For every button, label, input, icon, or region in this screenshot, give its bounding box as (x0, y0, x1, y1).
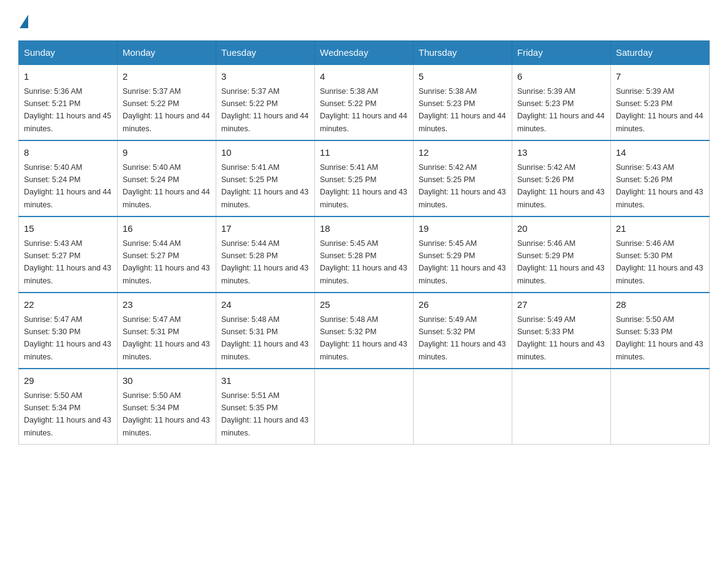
calendar-week-row: 22Sunrise: 5:47 AMSunset: 5:30 PMDayligh… (19, 293, 710, 369)
day-info: Sunrise: 5:38 AMSunset: 5:23 PMDaylight:… (419, 87, 506, 133)
day-number: 30 (123, 374, 211, 388)
day-info: Sunrise: 5:49 AMSunset: 5:32 PMDaylight:… (419, 315, 506, 361)
day-info: Sunrise: 5:48 AMSunset: 5:32 PMDaylight:… (320, 315, 407, 361)
calendar-cell: 16Sunrise: 5:44 AMSunset: 5:27 PMDayligh… (118, 216, 216, 293)
calendar-cell: 20Sunrise: 5:46 AMSunset: 5:29 PMDayligh… (512, 216, 611, 293)
day-info: Sunrise: 5:44 AMSunset: 5:27 PMDaylight:… (123, 239, 210, 285)
day-number: 14 (616, 146, 704, 160)
calendar-cell (315, 369, 414, 445)
day-info: Sunrise: 5:40 AMSunset: 5:24 PMDaylight:… (123, 163, 210, 209)
calendar-cell: 7Sunrise: 5:39 AMSunset: 5:23 PMDaylight… (611, 64, 710, 140)
day-info: Sunrise: 5:51 AMSunset: 5:35 PMDaylight:… (221, 391, 308, 437)
calendar-cell: 30Sunrise: 5:50 AMSunset: 5:34 PMDayligh… (118, 369, 216, 445)
day-info: Sunrise: 5:48 AMSunset: 5:31 PMDaylight:… (221, 315, 308, 361)
header-day-thursday: Thursday (414, 41, 512, 65)
day-number: 19 (419, 222, 507, 236)
day-number: 21 (616, 222, 704, 236)
day-info: Sunrise: 5:43 AMSunset: 5:26 PMDaylight:… (616, 163, 703, 209)
calendar-cell: 3Sunrise: 5:37 AMSunset: 5:22 PMDaylight… (216, 64, 315, 140)
day-number: 27 (517, 298, 605, 312)
day-number: 11 (320, 146, 408, 160)
day-number: 3 (221, 70, 309, 84)
day-number: 29 (24, 374, 112, 388)
day-info: Sunrise: 5:42 AMSunset: 5:26 PMDaylight:… (517, 163, 604, 209)
day-number: 6 (517, 70, 605, 84)
header-day-sunday: Sunday (19, 41, 118, 65)
day-number: 7 (616, 70, 704, 84)
day-info: Sunrise: 5:50 AMSunset: 5:34 PMDaylight:… (24, 391, 111, 437)
calendar-cell: 17Sunrise: 5:44 AMSunset: 5:28 PMDayligh… (216, 216, 315, 293)
day-info: Sunrise: 5:39 AMSunset: 5:23 PMDaylight:… (616, 87, 703, 133)
day-info: Sunrise: 5:50 AMSunset: 5:33 PMDaylight:… (616, 315, 703, 361)
calendar-week-row: 8Sunrise: 5:40 AMSunset: 5:24 PMDaylight… (19, 140, 710, 216)
day-number: 26 (419, 298, 507, 312)
calendar-cell: 27Sunrise: 5:49 AMSunset: 5:33 PMDayligh… (512, 293, 611, 369)
calendar-cell: 14Sunrise: 5:43 AMSunset: 5:26 PMDayligh… (611, 140, 710, 216)
calendar-cell: 22Sunrise: 5:47 AMSunset: 5:30 PMDayligh… (19, 293, 118, 369)
day-number: 18 (320, 222, 408, 236)
day-info: Sunrise: 5:37 AMSunset: 5:22 PMDaylight:… (123, 87, 210, 133)
calendar-header-row: SundayMondayTuesdayWednesdayThursdayFrid… (19, 41, 710, 65)
day-number: 8 (24, 146, 112, 160)
calendar-cell: 5Sunrise: 5:38 AMSunset: 5:23 PMDaylight… (414, 64, 512, 140)
day-info: Sunrise: 5:45 AMSunset: 5:29 PMDaylight:… (419, 239, 506, 285)
day-info: Sunrise: 5:46 AMSunset: 5:30 PMDaylight:… (616, 239, 703, 285)
calendar-cell: 1Sunrise: 5:36 AMSunset: 5:21 PMDaylight… (19, 64, 118, 140)
calendar-week-row: 29Sunrise: 5:50 AMSunset: 5:34 PMDayligh… (19, 369, 710, 445)
day-number: 22 (24, 298, 112, 312)
calendar-cell (611, 369, 710, 445)
calendar-cell: 29Sunrise: 5:50 AMSunset: 5:34 PMDayligh… (19, 369, 118, 445)
calendar-table: SundayMondayTuesdayWednesdayThursdayFrid… (18, 40, 710, 445)
calendar-cell (512, 369, 611, 445)
day-number: 31 (221, 374, 309, 388)
calendar-cell: 11Sunrise: 5:41 AMSunset: 5:25 PMDayligh… (315, 140, 414, 216)
day-number: 1 (24, 70, 112, 84)
day-number: 13 (517, 146, 605, 160)
day-number: 15 (24, 222, 112, 236)
logo-triangle-icon (20, 15, 28, 28)
calendar-cell: 23Sunrise: 5:47 AMSunset: 5:31 PMDayligh… (118, 293, 216, 369)
day-number: 16 (123, 222, 211, 236)
calendar-cell: 8Sunrise: 5:40 AMSunset: 5:24 PMDaylight… (19, 140, 118, 216)
calendar-week-row: 15Sunrise: 5:43 AMSunset: 5:27 PMDayligh… (19, 216, 710, 293)
header-day-monday: Monday (118, 41, 216, 65)
calendar-cell: 15Sunrise: 5:43 AMSunset: 5:27 PMDayligh… (19, 216, 118, 293)
day-info: Sunrise: 5:41 AMSunset: 5:25 PMDaylight:… (320, 163, 407, 209)
day-info: Sunrise: 5:36 AMSunset: 5:21 PMDaylight:… (24, 87, 111, 133)
day-number: 17 (221, 222, 309, 236)
calendar-cell: 19Sunrise: 5:45 AMSunset: 5:29 PMDayligh… (414, 216, 512, 293)
day-info: Sunrise: 5:50 AMSunset: 5:34 PMDaylight:… (123, 391, 210, 437)
calendar-cell: 21Sunrise: 5:46 AMSunset: 5:30 PMDayligh… (611, 216, 710, 293)
calendar-cell: 26Sunrise: 5:49 AMSunset: 5:32 PMDayligh… (414, 293, 512, 369)
day-info: Sunrise: 5:39 AMSunset: 5:23 PMDaylight:… (517, 87, 604, 133)
logo (18, 12, 28, 28)
calendar-cell: 25Sunrise: 5:48 AMSunset: 5:32 PMDayligh… (315, 293, 414, 369)
day-number: 28 (616, 298, 704, 312)
calendar-cell: 2Sunrise: 5:37 AMSunset: 5:22 PMDaylight… (118, 64, 216, 140)
day-number: 10 (221, 146, 309, 160)
calendar-week-row: 1Sunrise: 5:36 AMSunset: 5:21 PMDaylight… (19, 64, 710, 140)
day-number: 5 (419, 70, 507, 84)
day-info: Sunrise: 5:42 AMSunset: 5:25 PMDaylight:… (419, 163, 506, 209)
header-day-wednesday: Wednesday (315, 41, 414, 65)
day-number: 12 (419, 146, 507, 160)
day-info: Sunrise: 5:38 AMSunset: 5:22 PMDaylight:… (320, 87, 407, 133)
day-number: 23 (123, 298, 211, 312)
calendar-cell: 28Sunrise: 5:50 AMSunset: 5:33 PMDayligh… (611, 293, 710, 369)
day-info: Sunrise: 5:43 AMSunset: 5:27 PMDaylight:… (24, 239, 111, 285)
day-info: Sunrise: 5:47 AMSunset: 5:31 PMDaylight:… (123, 315, 210, 361)
day-number: 2 (123, 70, 211, 84)
calendar-cell: 9Sunrise: 5:40 AMSunset: 5:24 PMDaylight… (118, 140, 216, 216)
header-day-tuesday: Tuesday (216, 41, 315, 65)
header-day-friday: Friday (512, 41, 611, 65)
page-header (18, 12, 710, 28)
day-number: 9 (123, 146, 211, 160)
day-number: 24 (221, 298, 309, 312)
calendar-cell: 31Sunrise: 5:51 AMSunset: 5:35 PMDayligh… (216, 369, 315, 445)
day-number: 4 (320, 70, 408, 84)
day-info: Sunrise: 5:46 AMSunset: 5:29 PMDaylight:… (517, 239, 604, 285)
calendar-cell: 10Sunrise: 5:41 AMSunset: 5:25 PMDayligh… (216, 140, 315, 216)
calendar-cell (414, 369, 512, 445)
day-info: Sunrise: 5:40 AMSunset: 5:24 PMDaylight:… (24, 163, 111, 209)
calendar-cell: 6Sunrise: 5:39 AMSunset: 5:23 PMDaylight… (512, 64, 611, 140)
